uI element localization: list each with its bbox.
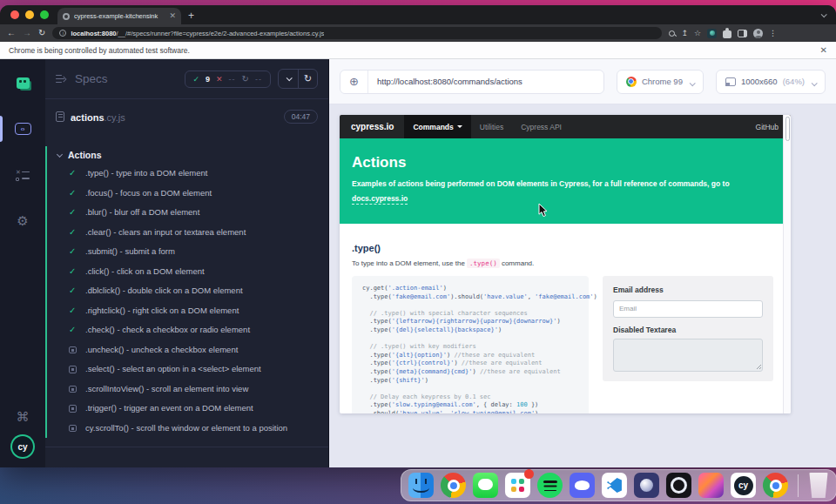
test-row[interactable]: ✓ .dblclick() - double click on a DOM el…: [47, 281, 328, 301]
test-label: .click() - click on a DOM element: [85, 266, 205, 278]
finder-dock-icon[interactable]: [408, 473, 434, 498]
test-row[interactable]: ✓ .submit() - submit a form: [47, 242, 328, 262]
test-status-icon: ✓: [69, 188, 78, 198]
orb-app-dock-icon[interactable]: [634, 473, 659, 498]
suite-header[interactable]: Actions: [47, 146, 328, 164]
kitchensink-navbar: cypress.io Commands Utilities Cypress AP…: [340, 115, 791, 138]
test-row[interactable]: cy.scrollTo() - scroll the window or ele…: [47, 419, 328, 439]
type-section: .type() To type into a DOM element, use …: [340, 224, 791, 413]
preview-scrollbar[interactable]: [783, 115, 791, 413]
discord-dock-icon[interactable]: [570, 473, 595, 498]
automation-notice: Chrome is being controlled by automated …: [9, 46, 190, 55]
address-bar[interactable]: i localhost:8080/__/#/specs/runner?file=…: [52, 27, 662, 39]
caret-down-icon: [457, 125, 462, 128]
browser-select[interactable]: Chrome 99: [617, 70, 704, 94]
test-row[interactable]: ✓ .focus() - focus on a DOM element: [47, 184, 328, 204]
close-window-button[interactable]: [10, 10, 19, 19]
tab-search-icon[interactable]: [821, 5, 826, 21]
rail-item-settings[interactable]: ⚙: [0, 210, 45, 232]
rail-item-debug[interactable]: ✕: [0, 164, 45, 186]
test-row[interactable]: .select() - select an option in a <selec…: [47, 360, 328, 380]
nav-github[interactable]: GitHub: [756, 123, 779, 131]
selector-playground-icon[interactable]: ⊕: [340, 71, 368, 93]
cypress-dock-icon[interactable]: [731, 473, 756, 498]
minimize-window-button[interactable]: [25, 10, 34, 19]
aut-url[interactable]: http://localhost:8080/commands/actions: [368, 77, 531, 86]
infobar-close-icon[interactable]: ✕: [820, 45, 827, 55]
messages-dock-icon[interactable]: [473, 473, 498, 498]
test-row[interactable]: .trigger() - trigger an event on a DOM e…: [47, 399, 328, 419]
cypress-logo[interactable]: cy: [12, 436, 33, 457]
kitchensink-brand[interactable]: cypress.io: [351, 122, 394, 131]
back-icon[interactable]: ←: [7, 29, 16, 37]
tests-list: ✓ .type() - type into a DOM element ✓ .f…: [47, 164, 328, 438]
suite-title: Actions: [68, 150, 102, 160]
rail-item-specs[interactable]: [0, 71, 45, 94]
test-label: .focus() - focus on a DOM element: [85, 188, 212, 199]
browser-tab[interactable]: cypress-example-kitchensink ✕: [57, 8, 181, 24]
textarea-label: Disabled Textarea: [613, 326, 763, 334]
scrollbar-thumb[interactable]: [785, 117, 790, 141]
site-info-icon[interactable]: i: [59, 30, 66, 37]
test-row[interactable]: .uncheck() - uncheck a checkbox element: [47, 340, 328, 360]
docs-link[interactable]: docs.cypress.io: [352, 194, 408, 205]
new-tab-button[interactable]: +: [188, 10, 194, 22]
desktop: { "icons": { "passed": "✓", "failed": "✕…: [0, 0, 836, 504]
email-field[interactable]: [613, 300, 763, 318]
automation-infobar: Chrome is being controlled by automated …: [0, 42, 836, 59]
tab-favicon-icon: [63, 13, 70, 20]
viewport-select[interactable]: 1000x660 (64%): [716, 70, 826, 94]
specs-stack-icon: [17, 77, 30, 89]
rerun-tests-button[interactable]: ↻: [298, 70, 317, 88]
chrome-dock-icon[interactable]: [441, 473, 466, 498]
share-icon[interactable]: ↥: [681, 29, 688, 37]
gradient-app-dock-icon[interactable]: [698, 473, 724, 498]
browser-menu-icon[interactable]: ⋮: [769, 29, 777, 37]
test-row[interactable]: ✓ .click() - click on a DOM element: [47, 262, 328, 282]
test-row[interactable]: ✓ .check() - check a checkbox or radio e…: [47, 320, 328, 340]
spotify-dock-icon[interactable]: [537, 473, 563, 498]
test-row[interactable]: .scrollIntoView() - scroll an element in…: [47, 380, 328, 400]
test-row[interactable]: ✓ .rightclick() - right click on a DOM e…: [47, 301, 328, 321]
aut-iframe: cypress.io Commands Utilities Cypress AP…: [340, 115, 791, 413]
slack-dock-icon[interactable]: [505, 473, 530, 498]
aut-url-bar: ⊕ http://localhost:8080/commands/actions: [340, 70, 604, 94]
nav-commands[interactable]: Commands: [404, 115, 470, 138]
rail-item-runner[interactable]: ‹›: [0, 118, 45, 140]
cypress-extension-icon[interactable]: [707, 29, 717, 38]
zoom-window-button[interactable]: [40, 10, 49, 19]
test-status-icon: ✓: [69, 168, 78, 178]
spec-file-row[interactable]: actions.cy.js 04:47: [45, 99, 328, 134]
collapse-all-button[interactable]: [279, 70, 298, 88]
test-row[interactable]: ✓ .blur() - blur off a DOM element: [47, 203, 328, 223]
keyboard-shortcuts-icon[interactable]: ⌘: [17, 410, 30, 424]
sidebar-panel-icon[interactable]: [738, 30, 747, 37]
test-status-icon: ✓: [69, 207, 78, 218]
browser-select-label: Chrome 99: [642, 77, 683, 86]
spec-duration-badge: 04:47: [284, 110, 318, 124]
test-row[interactable]: ✓ .type() - type into a DOM element: [47, 164, 328, 184]
test-label: .clear() - clears an input or textarea e…: [85, 227, 246, 239]
chrome-alt-dock-icon[interactable]: [763, 473, 788, 498]
test-status-icon: [69, 364, 78, 374]
test-row[interactable]: ✓ .clear() - clears an input or textarea…: [47, 223, 328, 243]
test-status-icon: ✓: [69, 325, 78, 335]
passed-icon: ✓: [193, 75, 200, 84]
extensions-puzzle-icon[interactable]: [723, 30, 732, 38]
reload-icon[interactable]: ↻: [38, 29, 45, 37]
nav-utilities[interactable]: Utilities: [471, 115, 512, 138]
vscode-dock-icon[interactable]: [602, 473, 627, 498]
test-label: .trigger() - trigger an event on a DOM e…: [85, 403, 253, 414]
disabled-textarea: [613, 339, 763, 372]
code-sample: cy.get('.action-email') .type('fake@emai…: [352, 276, 589, 413]
hero-title: Actions: [352, 154, 779, 171]
zoom-search-icon[interactable]: [669, 30, 675, 37]
trash-dock-icon[interactable]: [808, 473, 829, 498]
nav-cypress-api[interactable]: Cypress API: [512, 115, 570, 138]
quicktime-dock-icon[interactable]: [666, 473, 691, 498]
tab-close-icon[interactable]: ✕: [169, 12, 176, 20]
chevron-down-icon: [690, 74, 694, 90]
forward-icon[interactable]: →: [23, 29, 31, 37]
profile-avatar[interactable]: [753, 29, 763, 38]
bookmark-star-icon[interactable]: ☆: [694, 29, 701, 37]
